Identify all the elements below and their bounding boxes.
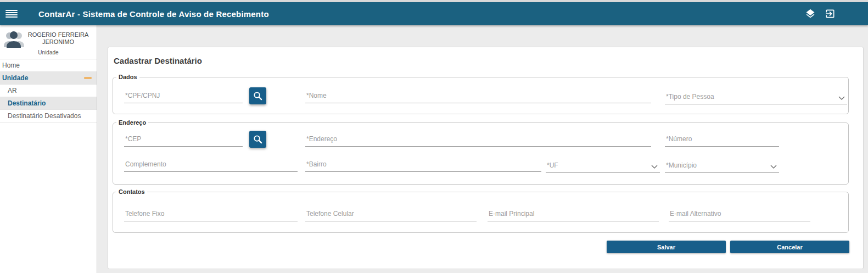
telefone-fixo-input[interactable]	[124, 208, 298, 221]
telefone-celular-field-wrap	[305, 208, 477, 221]
collapse-minus-icon[interactable]	[84, 77, 92, 79]
email-alternativo-input[interactable]	[669, 208, 810, 221]
email-alternativo-field-wrap	[669, 208, 810, 221]
sidebar-item-label: Home	[2, 62, 20, 69]
page-title: Cadastrar Destinatário	[114, 56, 202, 65]
sidebar-item-ar[interactable]: AR	[0, 85, 97, 97]
complemento-input[interactable]	[124, 159, 298, 172]
municipio-label: *Município	[666, 161, 697, 169]
section-dados: Dados *Tipo de Pessoa	[113, 74, 849, 114]
sidebar-menu: Home Unidade AR Destinatário Destinatári…	[0, 59, 97, 122]
section-dados-legend: Dados	[116, 74, 139, 80]
chevron-down-icon	[651, 165, 658, 169]
user-role: Unidade	[2, 49, 94, 55]
nome-field-wrap	[305, 90, 651, 103]
user-block: ROGERIO FERREIRA JERONIMO Unidade	[0, 25, 97, 59]
section-contatos-legend: Contatos	[116, 188, 147, 195]
numero-input[interactable]	[665, 133, 779, 147]
nome-input[interactable]	[305, 90, 651, 103]
search-icon	[253, 135, 262, 144]
sidebar: ROGERIO FERREIRA JERONIMO Unidade Home U…	[0, 25, 97, 273]
endereco-input[interactable]	[305, 133, 651, 147]
cep-input[interactable]	[124, 133, 243, 147]
bairro-field-wrap	[305, 159, 541, 172]
uf-select[interactable]: *UF	[546, 160, 660, 173]
menu-icon[interactable]	[5, 10, 18, 18]
app-title: ContarAr - Sistema de Controle de Aviso …	[38, 9, 269, 19]
cep-field-wrap	[124, 133, 243, 147]
bairro-input[interactable]	[305, 159, 541, 172]
app-header: ContarAr - Sistema de Controle de Aviso …	[0, 2, 868, 25]
numero-field-wrap	[665, 133, 779, 147]
user-avatar-icon	[3, 30, 25, 48]
sidebar-item-unidade[interactable]: Unidade	[0, 72, 97, 85]
search-icon	[253, 91, 262, 101]
sidebar-item-home[interactable]: Home	[0, 59, 97, 72]
tipo-pessoa-select[interactable]: *Tipo de Pessoa	[665, 91, 847, 104]
layers-icon[interactable]	[804, 8, 816, 20]
cpf-search-button[interactable]	[249, 87, 266, 104]
sidebar-item-label: Destinatário	[8, 99, 46, 107]
logout-icon[interactable]	[824, 8, 836, 20]
sidebar-item-label: Destinatário Desativados	[8, 112, 81, 120]
section-endereco: Endereço *UF *Município	[113, 119, 849, 185]
cancel-button[interactable]: Cancelar	[730, 241, 849, 253]
tipo-pessoa-label: *Tipo de Pessoa	[666, 93, 714, 101]
save-button[interactable]: Salvar	[607, 241, 726, 253]
chevron-down-icon	[770, 165, 777, 169]
email-principal-input[interactable]	[488, 208, 659, 221]
sidebar-item-destinatario[interactable]: Destinatário	[0, 97, 97, 110]
sidebar-item-destinatario-desativados[interactable]: Destinatário Desativados	[0, 110, 97, 122]
section-contatos: Contatos	[113, 188, 849, 233]
complemento-field-wrap	[124, 159, 298, 172]
user-name: ROGERIO FERREIRA JERONIMO	[25, 30, 94, 46]
telefone-celular-input[interactable]	[305, 208, 477, 221]
uf-label: *UF	[547, 161, 558, 169]
cpf-field-wrap	[124, 90, 243, 103]
chevron-down-icon	[838, 96, 845, 101]
email-principal-field-wrap	[488, 208, 659, 221]
cep-search-button[interactable]	[249, 131, 266, 148]
cpf-input[interactable]	[124, 90, 243, 103]
sidebar-item-label: Unidade	[2, 74, 28, 82]
content-card: Cadastrar Destinatário Dados *Tipo de Pe…	[108, 47, 864, 269]
municipio-select[interactable]: *Município	[665, 160, 779, 173]
sidebar-item-label: AR	[8, 87, 17, 94]
section-endereco-legend: Endereço	[116, 119, 148, 126]
endereco-field-wrap	[305, 133, 651, 147]
telefone-fixo-field-wrap	[124, 208, 298, 221]
